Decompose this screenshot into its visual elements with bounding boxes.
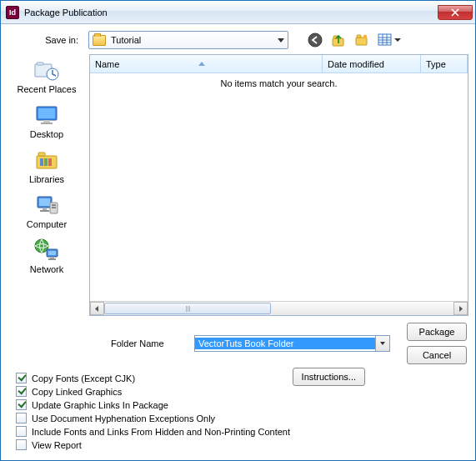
- arrow-left-icon: [94, 306, 100, 312]
- svg-rect-18: [41, 123, 53, 124]
- svg-rect-25: [39, 198, 50, 206]
- svg-rect-23: [48, 158, 52, 166]
- checkbox-update-links[interactable]: Update Graphic Links In Package: [16, 399, 465, 410]
- folder-name-row: Folder Name VectorTuts Book Folder Packa…: [3, 316, 473, 368]
- up-one-level-button[interactable]: [330, 32, 347, 48]
- file-list: Name Date modified Type No items match y…: [89, 54, 468, 316]
- svg-rect-27: [40, 210, 49, 212]
- view-menu-button[interactable]: [377, 32, 403, 48]
- scroll-track[interactable]: [104, 302, 453, 315]
- cancel-button[interactable]: Cancel: [407, 346, 467, 364]
- checkbox-icon: [16, 373, 27, 383]
- svg-rect-33: [48, 251, 56, 255]
- checkbox-icon: [16, 439, 27, 450]
- svg-rect-29: [52, 204, 56, 206]
- horizontal-scrollbar[interactable]: [90, 301, 468, 315]
- save-in-label: Save in:: [3, 35, 82, 45]
- places-libraries-label: Libraries: [29, 174, 64, 184]
- checkbox-copy-fonts[interactable]: Copy Fonts (Except CJK): [16, 373, 465, 383]
- folder-name-label: Folder Name: [3, 338, 186, 348]
- empty-message: No items match your search.: [90, 73, 468, 301]
- svg-rect-17: [43, 120, 50, 123]
- view-menu-icon: [378, 33, 403, 48]
- up-icon: [331, 33, 346, 48]
- checkbox-label: Include Fonts and Links From Hidden and …: [32, 427, 290, 437]
- places-desktop[interactable]: Desktop: [8, 101, 86, 141]
- checkbox-view-report[interactable]: View Report: [16, 439, 465, 450]
- folder-name-value: VectorTuts Book Folder: [195, 338, 375, 349]
- computer-icon: [33, 193, 61, 218]
- location-value: Tutorial: [111, 35, 141, 45]
- svg-rect-22: [44, 158, 48, 166]
- svg-rect-4: [357, 35, 361, 38]
- places-bar: Recent Places Desktop Libraries: [8, 54, 86, 316]
- scroll-thumb[interactable]: [104, 303, 271, 314]
- checkbox-label: Copy Fonts (Except CJK): [32, 373, 135, 383]
- svg-rect-16: [38, 108, 55, 118]
- folder-icon: [93, 35, 106, 46]
- libraries-icon: [33, 148, 61, 173]
- package-button[interactable]: Package: [407, 323, 467, 341]
- desktop-icon: [33, 103, 61, 128]
- places-libraries[interactable]: Libraries: [8, 146, 86, 186]
- checkbox-hidden[interactable]: Include Fonts and Links From Hidden and …: [16, 426, 465, 437]
- chevron-down-icon: [278, 38, 284, 43]
- svg-rect-30: [52, 207, 56, 208]
- close-icon: [451, 8, 459, 17]
- places-recent-label: Recent Places: [18, 84, 77, 94]
- checkbox-icon: [16, 413, 27, 423]
- places-desktop-label: Desktop: [30, 129, 63, 139]
- svg-rect-35: [48, 258, 56, 260]
- places-recent[interactable]: Recent Places: [8, 56, 86, 96]
- new-folder-button[interactable]: [353, 32, 370, 48]
- content-area: Save in: Tutorial: [1, 24, 475, 460]
- svg-rect-21: [40, 158, 43, 166]
- back-icon: [308, 33, 323, 48]
- checkbox-copy-linked[interactable]: Copy Linked Graphics: [16, 386, 465, 397]
- location-combo[interactable]: Tutorial: [88, 31, 288, 49]
- svg-rect-20: [38, 153, 45, 156]
- scroll-left-button[interactable]: [90, 302, 104, 315]
- nav-icons: [307, 32, 403, 48]
- location-row: Save in: Tutorial: [3, 26, 473, 54]
- checkbox-label: Copy Linked Graphics: [32, 387, 122, 397]
- svg-rect-13: [37, 63, 43, 65]
- folder-name-dropdown[interactable]: [375, 336, 389, 351]
- checkbox-hyphenation[interactable]: Use Document Hyphenation Exceptions Only: [16, 413, 465, 423]
- instructions-button[interactable]: Instructions...: [293, 368, 365, 386]
- column-type-label: Type: [426, 59, 446, 69]
- column-name[interactable]: Name: [90, 55, 323, 73]
- network-icon: [33, 238, 61, 263]
- window-title: Package Publication: [24, 8, 108, 18]
- checkbox-label: Update Graphic Links In Package: [32, 400, 168, 410]
- column-date[interactable]: Date modified: [323, 55, 421, 73]
- app-icon: Id: [6, 6, 19, 19]
- column-name-label: Name: [95, 59, 119, 69]
- back-button[interactable]: [307, 32, 323, 48]
- svg-point-0: [308, 33, 322, 47]
- new-folder-icon: [354, 33, 369, 48]
- checkbox-icon: [16, 426, 27, 437]
- places-computer-label: Computer: [27, 219, 67, 229]
- close-button[interactable]: [438, 5, 473, 20]
- scroll-right-button[interactable]: [453, 302, 468, 315]
- checkbox-icon: [16, 386, 27, 397]
- middle-area: Recent Places Desktop Libraries: [3, 54, 473, 316]
- chevron-down-icon: [380, 342, 385, 345]
- places-network[interactable]: Network: [8, 236, 86, 276]
- dialog-window: Id Package Publication Save in: Tutorial: [0, 0, 476, 461]
- sort-ascending-icon: [198, 62, 205, 66]
- title-bar: Id Package Publication: [1, 1, 475, 24]
- column-type[interactable]: Type: [421, 55, 468, 73]
- arrow-right-icon: [458, 306, 463, 312]
- svg-rect-26: [43, 208, 47, 210]
- places-network-label: Network: [30, 264, 63, 274]
- svg-rect-34: [50, 257, 54, 258]
- folder-name-input[interactable]: VectorTuts Book Folder: [194, 335, 390, 352]
- checkbox-label: View Report: [32, 440, 82, 450]
- column-date-label: Date modified: [328, 59, 384, 69]
- places-computer[interactable]: Computer: [8, 191, 86, 231]
- checkbox-label: Use Document Hyphenation Exceptions Only: [32, 413, 215, 423]
- options-area: Instructions... Copy Fonts (Except CJK) …: [3, 368, 473, 458]
- checkbox-icon: [16, 399, 27, 410]
